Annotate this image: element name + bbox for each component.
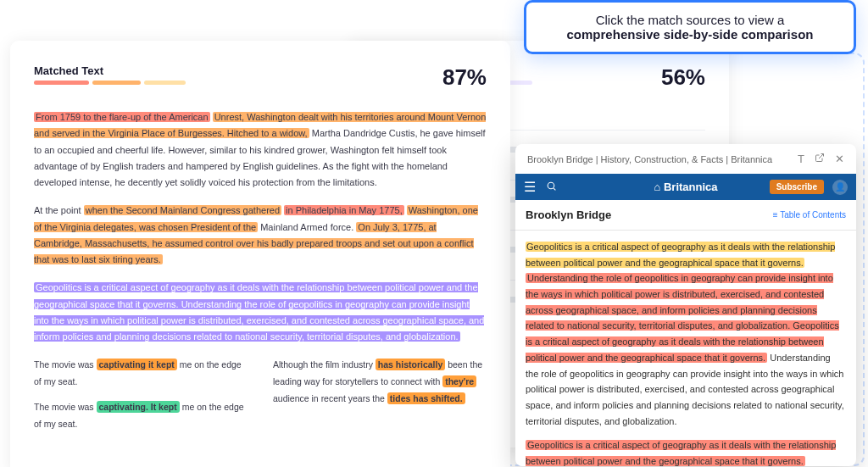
svg-point-1	[548, 182, 554, 189]
toc-link[interactable]: ≡ Table of Contents	[773, 210, 846, 220]
article-title: Brooklyn Bridge	[526, 208, 611, 221]
grammar-flag[interactable]: captivating it kept	[97, 359, 177, 370]
source-compare-popover: Brooklyn Bridge | History, Construction,…	[515, 144, 856, 466]
matched-score-bar	[34, 81, 195, 85]
svg-line-2	[554, 188, 555, 190]
essay-body: From 1759 to the flare-up of the America…	[34, 109, 487, 442]
ai-percent: 56%	[661, 64, 705, 91]
highlight-red[interactable]: Geopolitics is a critical aspect of geog…	[526, 440, 836, 466]
source-breadcrumb: Brooklyn Bridge | History, Construction,…	[527, 154, 772, 164]
highlight-orange[interactable]: when the Second Mainland Congress gather…	[84, 205, 281, 215]
grammar-fixed[interactable]: captivating. It kept	[97, 401, 180, 413]
highlight-yellow[interactable]: Geopolitics is a critical aspect of geog…	[526, 242, 835, 268]
instruction-callout: Click the match sources to view a compre…	[524, 0, 856, 54]
plain-text: The movie was	[34, 359, 97, 370]
callout-line1: Click the match sources to view a	[543, 13, 837, 27]
grammar-flag[interactable]: tides has shifted.	[387, 392, 465, 404]
plain-text: Mainland Armed force.	[260, 222, 356, 232]
matched-percent: 87%	[442, 64, 487, 91]
plain-text: Understanding the role of geopolitics in…	[526, 353, 844, 426]
plain-text: At the point	[34, 205, 84, 215]
open-external-icon[interactable]	[815, 153, 825, 165]
plain-text: audience in recent years the	[273, 393, 387, 403]
callout-line2: comprehensive side-by-side comparison	[567, 27, 814, 42]
matched-panel-title: Matched Text	[34, 64, 195, 77]
grammar-flag[interactable]: they're	[442, 375, 476, 387]
grammar-flag[interactable]: has historically	[376, 359, 445, 370]
subscribe-button[interactable]: Subscribe	[770, 180, 824, 194]
site-logo[interactable]: ⌂ Britannica	[654, 181, 717, 193]
svg-line-0	[819, 154, 824, 159]
hamburger-icon[interactable]: ☰	[524, 179, 536, 195]
close-icon[interactable]: ✕	[835, 153, 844, 165]
highlight-purple[interactable]: Geopolitics is a critical aspect of geog…	[34, 282, 484, 342]
article-body: Geopolitics is a critical aspect of geog…	[515, 231, 856, 466]
text-tool-icon[interactable]: T	[798, 153, 804, 165]
user-avatar-icon[interactable]: 👤	[832, 180, 848, 195]
highlight-red[interactable]: Understanding the role of geopolitics in…	[526, 273, 839, 362]
plain-text: Although the film industry	[273, 359, 376, 370]
plain-text: The movie was	[34, 402, 97, 412]
search-icon[interactable]	[546, 181, 557, 194]
highlight-red[interactable]: in Philadelphia in May 1775,	[284, 205, 404, 215]
matched-text-panel: Matched Text 87% From 1759 to the flare-…	[10, 41, 510, 467]
highlight-red[interactable]: From 1759 to the flare-up of the America…	[34, 112, 210, 122]
